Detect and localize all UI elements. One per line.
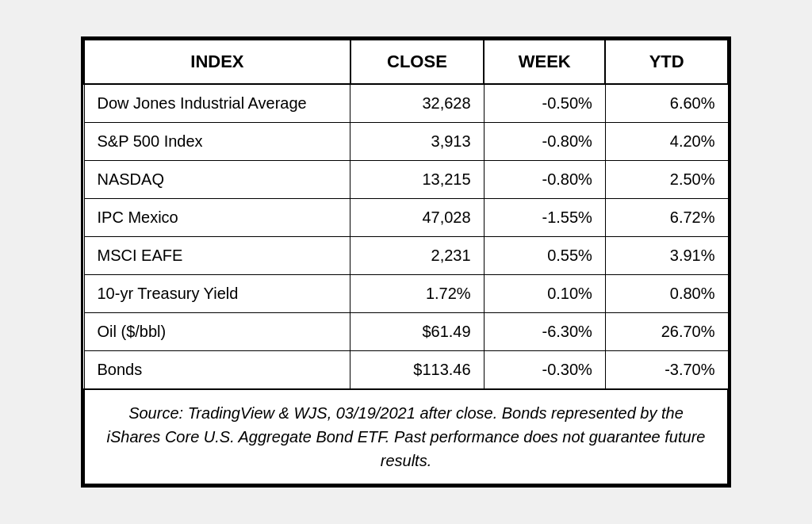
cell-close: $113.46 (350, 351, 484, 390)
cell-index: 10-yr Treasury Yield (84, 275, 350, 313)
table-row: Oil ($/bbl)$61.49-6.30%26.70% (84, 313, 728, 351)
cell-close: 32,628 (350, 84, 484, 123)
cell-index: Oil ($/bbl) (84, 313, 350, 351)
cell-close: 2,231 (350, 237, 484, 275)
table-row: IPC Mexico47,028-1.55%6.72% (84, 199, 728, 237)
cell-index: IPC Mexico (84, 199, 350, 237)
cell-week: 0.55% (484, 237, 605, 275)
header-ytd: YTD (605, 40, 728, 84)
header-close: CLOSE (350, 40, 484, 84)
cell-ytd: 3.91% (605, 237, 728, 275)
table-row: S&P 500 Index3,913-0.80%4.20% (84, 123, 728, 161)
footer-text: Source: TradingView & WJS, 03/19/2021 af… (84, 389, 728, 484)
cell-index: S&P 500 Index (84, 123, 350, 161)
table-header-row: INDEX CLOSE WEEK YTD (84, 40, 728, 84)
cell-close: $61.49 (350, 313, 484, 351)
table-row: Bonds$113.46-0.30%-3.70% (84, 351, 728, 390)
cell-ytd: -3.70% (605, 351, 728, 390)
market-data-table: INDEX CLOSE WEEK YTD Dow Jones Industria… (81, 36, 731, 488)
cell-week: 0.10% (484, 275, 605, 313)
table-row: NASDAQ13,215-0.80%2.50% (84, 161, 728, 199)
cell-index: NASDAQ (84, 161, 350, 199)
cell-ytd: 4.20% (605, 123, 728, 161)
table-row: Dow Jones Industrial Average32,628-0.50%… (84, 84, 728, 123)
cell-ytd: 0.80% (605, 275, 728, 313)
cell-week: -0.80% (484, 161, 605, 199)
cell-index: Bonds (84, 351, 350, 390)
cell-week: -0.80% (484, 123, 605, 161)
header-week: WEEK (484, 40, 605, 84)
cell-index: MSCI EAFE (84, 237, 350, 275)
cell-close: 13,215 (350, 161, 484, 199)
cell-close: 3,913 (350, 123, 484, 161)
footer-row: Source: TradingView & WJS, 03/19/2021 af… (84, 389, 728, 484)
cell-week: -0.30% (484, 351, 605, 390)
cell-close: 1.72% (350, 275, 484, 313)
cell-index: Dow Jones Industrial Average (84, 84, 350, 123)
table-row: 10-yr Treasury Yield1.72%0.10%0.80% (84, 275, 728, 313)
header-index: INDEX (84, 40, 350, 84)
cell-ytd: 6.60% (605, 84, 728, 123)
table-row: MSCI EAFE2,2310.55%3.91% (84, 237, 728, 275)
cell-week: -0.50% (484, 84, 605, 123)
cell-week: -1.55% (484, 199, 605, 237)
cell-ytd: 26.70% (605, 313, 728, 351)
cell-ytd: 6.72% (605, 199, 728, 237)
cell-week: -6.30% (484, 313, 605, 351)
cell-ytd: 2.50% (605, 161, 728, 199)
cell-close: 47,028 (350, 199, 484, 237)
